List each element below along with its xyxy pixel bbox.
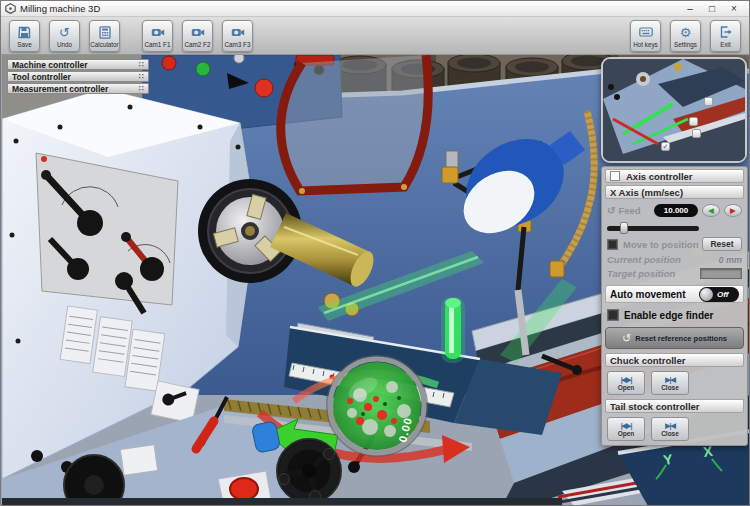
tailstock-controller-header[interactable]: Tail stock controller: [605, 399, 744, 413]
minimize-icon[interactable]: –: [679, 2, 701, 16]
move-to-position-checkbox[interactable]: [607, 239, 618, 250]
target-position-input[interactable]: [700, 268, 742, 279]
tailstock-buttons: |◀▶| Open ▶|◀ Close: [605, 415, 744, 441]
measurement-magnifier: [327, 356, 427, 456]
hot-keys-button[interactable]: Hot keys: [630, 20, 661, 52]
tailstock-open-button[interactable]: |◀▶| Open: [607, 417, 645, 441]
machine-base: [2, 498, 562, 506]
tailstock-close-label: Close: [661, 430, 679, 437]
exit-button[interactable]: Exit: [710, 20, 741, 52]
x-axis-header[interactable]: X Axis (mm/sec): [605, 185, 744, 199]
exit-icon: [720, 25, 732, 40]
axis-controller-title: Axis controller: [626, 171, 693, 182]
tailstock-controller-title: Tail stock controller: [610, 401, 700, 412]
chuck-controller-title: Chuck controller: [610, 355, 686, 366]
tool-controller-label: Tool controller: [12, 72, 71, 82]
gizmo-handle[interactable]: [689, 117, 698, 126]
current-position-row: Current position 0 mm: [605, 253, 744, 266]
gizmo-checkbox[interactable]: ✓: [661, 142, 670, 151]
auto-movement-label: Auto movement: [610, 289, 686, 300]
measurement-controller-panel[interactable]: Measurement controller ∷: [7, 83, 149, 94]
machine-controller-label: Machine controller: [12, 60, 88, 70]
tailstock-close-button[interactable]: ▶|◀ Close: [651, 417, 689, 441]
jog-right-button[interactable]: ▶: [724, 204, 742, 217]
cam3-label: Cam3 F3: [225, 41, 251, 48]
exit-label: Exit: [720, 41, 731, 48]
cam1-button[interactable]: Cam1 F1: [142, 20, 173, 52]
toolbar: Save ↺ Undo Calculator Cam1 F1 Cam2 F2: [1, 17, 749, 55]
current-position-label: Current position: [607, 254, 681, 265]
maximize-icon[interactable]: □: [701, 2, 723, 16]
chip-guard: [281, 55, 429, 194]
tailstock-close-icon: ▶|◀: [665, 421, 675, 430]
app-icon: [5, 3, 16, 14]
toggle-knob: [700, 288, 713, 301]
undo-label: Undo: [57, 41, 72, 48]
save-button[interactable]: Save: [9, 20, 40, 52]
gizmo-handle[interactable]: [692, 129, 701, 138]
move-to-position-row: Move to position Reset: [605, 235, 744, 253]
feed-slider-knob[interactable]: [620, 222, 628, 234]
axis-controller-checkbox[interactable]: [610, 171, 620, 181]
reset-button[interactable]: Reset: [702, 237, 742, 251]
gizmo-handle[interactable]: [704, 97, 713, 106]
machine-controller-panel[interactable]: Machine controller ∷: [7, 59, 149, 70]
keyboard-icon: [639, 25, 653, 40]
cam2-label: Cam2 F2: [185, 41, 211, 48]
camera-icon: [191, 25, 205, 40]
feed-reset-icon[interactable]: ↺: [607, 205, 615, 216]
expand-icon: ∷: [139, 84, 144, 93]
target-position-row: Target position: [605, 266, 744, 281]
axis-controller-header[interactable]: Axis controller: [605, 169, 744, 183]
camera-icon: [231, 25, 245, 40]
auto-movement-toggle[interactable]: Off: [699, 287, 739, 302]
undo-button[interactable]: ↺ Undo: [49, 20, 80, 52]
chuck-controller-header[interactable]: Chuck controller: [605, 353, 744, 367]
current-position-value: 0 mm: [718, 255, 742, 265]
chuck-open-label: Open: [618, 384, 635, 391]
controller-accordion: Machine controller ∷ Tool controller ∷ M…: [7, 59, 149, 95]
feed-row: ↺ Feed 10.000 ◀ ▶: [605, 201, 744, 219]
edge-finder-checkbox[interactable]: [607, 309, 619, 321]
jog-left-button[interactable]: ◀: [702, 204, 720, 217]
feed-slider[interactable]: [607, 221, 742, 234]
move-to-position-label: Move to position: [623, 239, 698, 250]
gear-icon: ⚙: [680, 25, 692, 40]
camera-icon: [151, 25, 165, 40]
expand-icon: ∷: [139, 60, 144, 69]
tailstock-open-icon: |◀▶|: [621, 421, 632, 430]
tool-controller-panel[interactable]: Tool controller ∷: [7, 71, 149, 82]
x-axis-title: X Axis (mm/sec): [610, 187, 683, 198]
window-title: Milling machine 3D: [20, 3, 100, 14]
expand-icon: ∷: [139, 72, 144, 81]
chuck-close-button[interactable]: ▶|◀ Close: [651, 371, 689, 395]
reset-reference-button[interactable]: ↺ Reset reference positions: [605, 327, 744, 349]
cam3-button[interactable]: Cam3 F3: [222, 20, 253, 52]
chuck-buttons: |◀▶| Open ▶|◀ Close: [605, 369, 744, 399]
tailstock-open-label: Open: [618, 430, 635, 437]
undo-icon: ↺: [59, 25, 70, 40]
camera-preview[interactable]: ✓: [601, 57, 747, 163]
save-label: Save: [17, 41, 31, 48]
chuck-open-icon: |◀▶|: [621, 375, 632, 384]
calculator-button[interactable]: Calculator: [89, 20, 120, 52]
cam1-label: Cam1 F1: [145, 41, 171, 48]
calculator-label: Calculator: [90, 41, 118, 48]
save-icon: [18, 25, 31, 40]
app-window: Y X 0.00 Milling machine 3D – □ × Save ↺: [0, 0, 750, 506]
cam2-button[interactable]: Cam2 F2: [182, 20, 213, 52]
edge-finder-row: Enable edge finder: [605, 306, 744, 324]
chuck-close-label: Close: [661, 384, 679, 391]
auto-movement-bar: Auto movement Off: [605, 285, 744, 303]
chuck-open-button[interactable]: |◀▶| Open: [607, 371, 645, 395]
reset-reference-label: Reset reference positions: [635, 334, 727, 343]
close-icon[interactable]: ×: [723, 2, 745, 16]
feed-value[interactable]: 10.000: [654, 204, 698, 217]
calculator-icon: [99, 25, 111, 40]
undo-icon: ↺: [622, 332, 631, 345]
feed-label: Feed: [618, 205, 640, 216]
settings-button[interactable]: ⚙ Settings: [670, 20, 701, 52]
edge-finder-label: Enable edge finder: [624, 310, 713, 321]
title-bar: Milling machine 3D – □ ×: [1, 1, 749, 17]
measurement-controller-label: Measurement controller: [12, 84, 108, 94]
